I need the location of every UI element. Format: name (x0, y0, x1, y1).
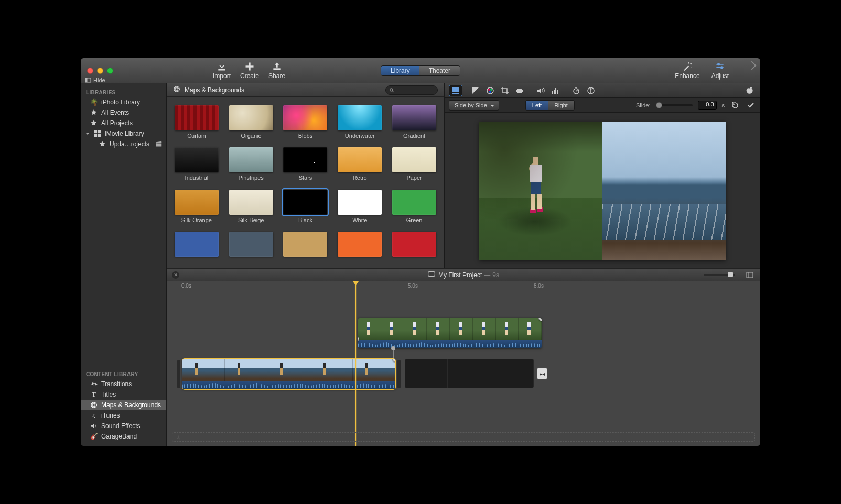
main-area: LIBRARIES 🌴 iPhoto Library All Events Al… (81, 83, 760, 446)
thumb-label: Curtain (187, 133, 206, 139)
sidebar-item-imovie-library[interactable]: iMovie Library (81, 128, 166, 139)
sidebar-item-project[interactable]: Upda…rojects (81, 139, 166, 149)
sidebar-item-transitions[interactable]: Transitions (81, 379, 166, 389)
overlay-pin[interactable] (393, 348, 394, 359)
overlay-controls-button[interactable] (449, 85, 462, 96)
timeline-body[interactable]: 0.0s5.0s8.0s (167, 281, 760, 446)
background-thumb[interactable]: Stars (281, 147, 330, 182)
slide-slider[interactable] (656, 104, 693, 106)
sidebar-item-titles[interactable]: T Titles (81, 389, 166, 400)
timeline-settings-button[interactable] (746, 271, 754, 279)
background-thumb[interactable]: Gradient (390, 105, 439, 140)
svg-rect-15 (156, 141, 162, 144)
sidebar-item-sound-effects[interactable]: Sound Effects (81, 421, 166, 431)
chevron-down-icon[interactable] (85, 130, 90, 137)
window-controls (87, 68, 113, 74)
background-grid: CurtainOrganicBlobsUnderwaterGradientInd… (167, 97, 444, 268)
side-left-button[interactable]: Left (526, 101, 548, 110)
thumb-label: Stars (299, 174, 312, 181)
overlay-clip[interactable] (358, 318, 542, 348)
timeline-zoom-slider[interactable] (704, 273, 735, 277)
library-tab[interactable]: Library (381, 66, 419, 75)
import-button[interactable]: Import (213, 62, 231, 80)
background-thumb[interactable]: Underwater (335, 105, 384, 140)
sidebar-item-itunes[interactable]: ♫ iTunes (81, 410, 166, 421)
search-input[interactable] (385, 85, 438, 95)
sidebar-item-iphoto[interactable]: 🌴 iPhoto Library (81, 97, 166, 107)
search-icon (389, 87, 394, 93)
background-thumb[interactable]: Blobs (281, 105, 330, 140)
background-thumb[interactable] (227, 232, 276, 260)
background-thumb[interactable]: White (335, 190, 384, 224)
volume-button[interactable] (534, 85, 547, 96)
svg-rect-42 (429, 272, 435, 276)
timeline-close-button[interactable]: ✕ (172, 271, 179, 279)
thumb-swatch (392, 105, 436, 130)
overlay-clip-audio[interactable] (358, 340, 542, 348)
background-thumb[interactable]: Curtain (172, 105, 221, 140)
adjust-button[interactable]: Adjust (711, 62, 729, 80)
background-thumb[interactable]: Silk-Orange (172, 190, 221, 224)
theater-tab[interactable]: Theater (419, 66, 460, 75)
minimize-window-button[interactable] (97, 68, 103, 74)
reset-button[interactable] (730, 100, 740, 111)
overlay-mode-dropdown[interactable]: Side by Side (449, 100, 499, 111)
background-thumb[interactable] (281, 232, 330, 260)
sidebar-item-garageband[interactable]: 🎸 GarageBand (81, 431, 166, 442)
sidebar-item-all-projects[interactable]: All Projects (81, 118, 166, 128)
clip-edge-right[interactable] (397, 360, 401, 388)
enhance-button[interactable]: Enhance (675, 62, 699, 80)
hide-sidebar-button[interactable]: Hide (85, 77, 105, 83)
info-button[interactable] (584, 85, 598, 96)
noise-eq-button[interactable] (548, 85, 562, 96)
timeline-ruler[interactable]: 0.0s5.0s8.0s (167, 281, 760, 292)
crop-button[interactable] (498, 85, 512, 96)
side-right-button[interactable]: Right (548, 101, 574, 110)
background-thumb[interactable]: Black (281, 190, 330, 224)
background-thumb[interactable]: Silk-Beige (227, 190, 276, 224)
background-thumb[interactable]: Industrial (172, 147, 221, 182)
background-thumb[interactable] (172, 232, 221, 260)
background-thumb[interactable]: Retro (335, 147, 384, 182)
project-title: My First Project (438, 271, 482, 279)
share-button[interactable]: Share (268, 62, 285, 80)
slider-knob[interactable] (656, 102, 662, 108)
stabilization-button[interactable] (513, 85, 526, 96)
sidebar-item-all-events[interactable]: All Events (81, 107, 166, 118)
slide-value-field[interactable]: 0.0 (698, 101, 717, 110)
background-thumb[interactable] (390, 232, 439, 260)
background-thumb[interactable]: Green (390, 190, 439, 224)
titlebar: Hide Import Create Share Library Theater (81, 58, 760, 83)
sidebar-item-maps-backgrounds[interactable]: Maps & Backgrounds (81, 400, 166, 410)
slide-unit: s (722, 102, 725, 108)
primary-clip[interactable] (182, 359, 395, 389)
fullscreen-button[interactable] (748, 61, 757, 70)
background-thumb[interactable]: Paper (390, 147, 439, 182)
preview-left-clip (479, 122, 602, 260)
zoom-window-button[interactable] (107, 68, 113, 74)
transition-well[interactable]: ▸◂ (537, 368, 547, 379)
speed-button[interactable] (569, 85, 583, 96)
audio-dropzone[interactable]: ♫ (172, 432, 755, 442)
thumb-label: Underwater (345, 133, 375, 139)
thumb-swatch (338, 190, 382, 215)
clip-edge-left[interactable] (177, 360, 180, 388)
svg-point-27 (488, 89, 490, 91)
revert-button[interactable] (742, 85, 756, 96)
create-button[interactable]: Create (240, 62, 259, 80)
primary-clip-audio[interactable] (182, 381, 395, 389)
thumb-label: Blobs (298, 133, 313, 139)
color-correction-button[interactable] (483, 85, 497, 96)
preview-canvas[interactable] (479, 122, 726, 260)
close-window-button[interactable] (87, 68, 93, 74)
playhead[interactable] (355, 281, 356, 446)
background-thumb[interactable] (335, 232, 384, 260)
palm-icon: 🌴 (90, 98, 98, 106)
viewer-toolbar (445, 83, 760, 98)
background-thumb[interactable]: Organic (227, 105, 276, 140)
apply-button[interactable] (746, 100, 756, 111)
background-thumb[interactable]: Pinstripes (227, 147, 276, 182)
music-icon: ♫ (90, 412, 98, 419)
color-balance-button[interactable] (469, 85, 482, 96)
placeholder-clip[interactable] (405, 359, 534, 388)
